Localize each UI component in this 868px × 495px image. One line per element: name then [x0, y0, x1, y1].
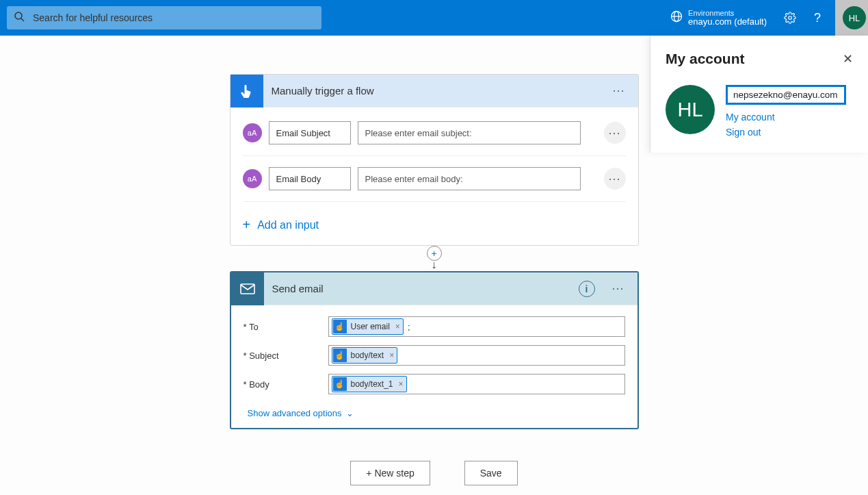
- field-label: * Body: [244, 379, 319, 390]
- insert-step-button[interactable]: +: [427, 246, 442, 261]
- add-input-label: Add an input: [257, 219, 319, 231]
- token-icon: ☝: [333, 348, 347, 362]
- account-panel-header: My account ✕: [666, 51, 853, 67]
- action-card-menu[interactable]: ···: [607, 278, 629, 300]
- trigger-card-title: Manually trigger a flow: [272, 85, 600, 97]
- trigger-card-menu[interactable]: ···: [608, 80, 630, 102]
- new-step-button[interactable]: + New step: [350, 461, 430, 485]
- environment-picker[interactable]: Environments enayu.com (default): [670, 9, 767, 27]
- token-remove[interactable]: ×: [399, 379, 404, 389]
- account-email[interactable]: nepsezekno@enayu.com: [726, 85, 846, 105]
- trigger-card-header[interactable]: Manually trigger a flow ···: [231, 75, 638, 107]
- trigger-card-body: aA Email Subject Please enter email subj…: [231, 107, 638, 245]
- save-button[interactable]: Save: [464, 461, 518, 485]
- question-icon: ?: [814, 11, 821, 25]
- account-links: nepsezekno@enayu.com My account Sign out: [726, 85, 846, 138]
- svg-rect-6: [241, 284, 254, 294]
- gear-icon: [784, 12, 796, 24]
- advanced-label: Show advanced options: [248, 408, 342, 418]
- chevron-down-icon: ⌄: [346, 408, 354, 418]
- bottom-button-row: + New step Save: [0, 461, 868, 485]
- param-value-input[interactable]: Please enter email body:: [358, 167, 581, 190]
- form-row-subject: * Subject ☝ body/text ×: [244, 341, 625, 370]
- dynamic-token[interactable]: ☝ body/text ×: [332, 347, 398, 364]
- field-label: * Subject: [244, 351, 319, 361]
- svg-point-5: [789, 16, 792, 20]
- settings-button[interactable]: [779, 7, 801, 29]
- dynamic-token[interactable]: ☝ User email ×: [332, 318, 404, 335]
- param-label[interactable]: Email Subject: [269, 121, 351, 144]
- environment-name: enayu.com (default): [688, 17, 767, 27]
- text-param-icon: aA: [243, 169, 262, 188]
- to-suffix: ;: [408, 322, 410, 332]
- my-account-link[interactable]: My account: [726, 112, 846, 123]
- search-container[interactable]: [7, 6, 321, 29]
- trigger-param-row: aA Email Body Please enter email body: ·…: [243, 160, 626, 197]
- search-icon: [14, 11, 25, 25]
- sign-out-link[interactable]: Sign out: [726, 127, 846, 138]
- account-panel-body: HL nepsezekno@enayu.com My account Sign …: [666, 85, 853, 138]
- info-button[interactable]: i: [579, 281, 595, 297]
- svg-point-0: [15, 12, 22, 19]
- connector: + ↓: [421, 246, 448, 271]
- trigger-card: Manually trigger a flow ··· aA Email Sub…: [230, 74, 639, 246]
- search-input[interactable]: [31, 12, 315, 24]
- account-panel-title: My account: [666, 51, 745, 67]
- top-bar: Environments enayu.com (default) ? HL: [0, 0, 868, 36]
- token-remove[interactable]: ×: [389, 351, 394, 360]
- dynamic-token[interactable]: ☝ body/text_1 ×: [332, 376, 407, 392]
- plus-icon: +: [243, 217, 251, 233]
- body-input[interactable]: ☝ body/text_1 ×: [328, 374, 625, 394]
- param-label[interactable]: Email Body: [269, 167, 351, 190]
- environment-label: Environments: [688, 9, 767, 17]
- action-card: Send email i ··· * To ☝ User email × ; *…: [230, 271, 639, 429]
- environment-text: Environments enayu.com (default): [688, 9, 767, 27]
- show-advanced-options[interactable]: Show advanced options ⌄: [244, 398, 625, 421]
- form-row-to: * To ☝ User email × ;: [244, 312, 625, 341]
- svg-line-1: [21, 18, 24, 21]
- token-label: body/text: [351, 351, 384, 360]
- account-avatar-large: HL: [666, 85, 715, 134]
- token-icon: ☝: [333, 320, 347, 333]
- subject-input[interactable]: ☝ body/text ×: [328, 345, 625, 366]
- param-menu[interactable]: ···: [604, 168, 626, 190]
- help-button[interactable]: ?: [806, 7, 828, 29]
- text-param-icon: aA: [243, 123, 262, 142]
- token-remove[interactable]: ×: [395, 322, 400, 331]
- account-panel: My account ✕ HL nepsezekno@enayu.com My …: [650, 36, 868, 153]
- token-label: User email: [351, 322, 390, 331]
- form-row-body: * Body ☝ body/text_1 ×: [244, 370, 625, 398]
- send-email-icon: [231, 272, 264, 305]
- avatar-host: HL: [835, 0, 868, 36]
- add-input-button[interactable]: + Add an input: [243, 206, 626, 238]
- param-menu[interactable]: ···: [604, 122, 626, 144]
- manual-trigger-icon: [231, 75, 263, 107]
- globe-icon: [670, 10, 683, 25]
- account-avatar[interactable]: HL: [843, 6, 866, 29]
- param-value-input[interactable]: Please enter email subject:: [358, 121, 581, 144]
- close-icon[interactable]: ✕: [843, 51, 853, 66]
- action-card-body: * To ☝ User email × ; * Subject ☝ body/t…: [231, 305, 637, 428]
- action-card-header[interactable]: Send email i ···: [231, 272, 637, 305]
- action-card-title: Send email: [272, 283, 570, 294]
- token-label: body/text_1: [351, 379, 393, 389]
- trigger-param-row: aA Email Subject Please enter email subj…: [243, 114, 626, 151]
- to-input[interactable]: ☝ User email × ;: [328, 316, 625, 337]
- token-icon: ☝: [333, 377, 347, 391]
- field-label: * To: [244, 322, 319, 332]
